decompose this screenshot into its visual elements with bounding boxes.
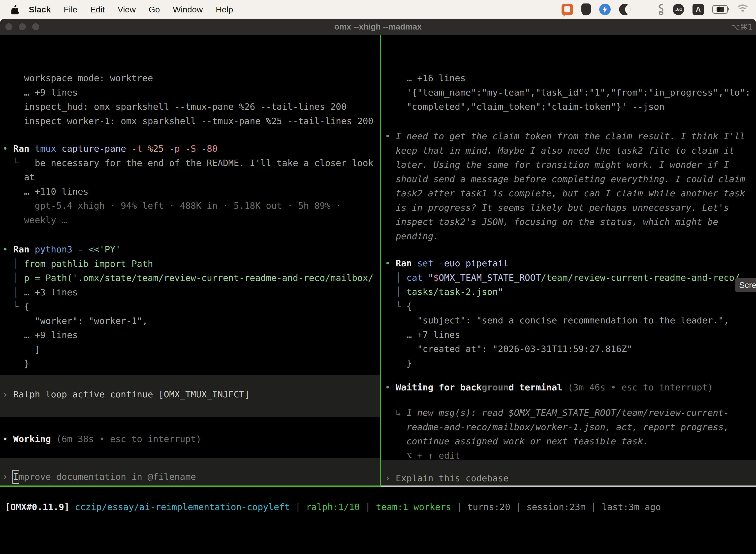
terminal-line: gpt-5.4 xhigh · 94% left · 488K in · 5.1… [2, 199, 380, 213]
window-title: omx --xhigh --madmax [0, 22, 756, 32]
terminal-line: ⌥ + ↑ edit [385, 448, 756, 463]
terminal-block: • I need to get the claim token from the… [385, 129, 756, 243]
terminal-line: │ … +3 lines [2, 285, 380, 299]
bolt-badge-icon[interactable] [599, 4, 611, 15]
menu-item-view[interactable]: View [111, 5, 142, 14]
terminal-block: › Explain this codebase [385, 471, 756, 486]
pane-divider-horizontal-left[interactable] [0, 486, 381, 487]
menu-item-window[interactable]: Window [167, 5, 209, 14]
terminal: workspace_mode: worktree … +9 lines insp… [0, 35, 756, 554]
terminal-line: '{"team_name":"my-team","task_id":"1","f… [385, 86, 756, 100]
terminal-line: at [2, 170, 380, 184]
terminal-line: inspect task2's JSON, focusing on the st… [385, 215, 756, 229]
terminal-line: └ { [2, 299, 380, 314]
input-source-icon[interactable]: A [693, 4, 704, 15]
dots-grid-icon[interactable] [639, 4, 649, 15]
terminal-block: • Waiting for background terminal (3m 46… [385, 380, 756, 395]
battery-badge-label: ..61 [674, 7, 682, 12]
tooltip-label: Scre [739, 280, 756, 290]
terminal-block: [OMX#0.11.9] cczip/essay/ai-reimplementa… [5, 500, 756, 514]
menu-bar: Slack File Edit View Go Window Help ..61… [0, 0, 756, 19]
terminal-line: › Ralph loop active continue [OMX_TMUX_I… [2, 387, 380, 402]
terminal-block: • Ran tmux capture-pane -t %25 -p -S -80… [2, 142, 380, 227]
pane-hud-left[interactable]: workspace_mode: worktree … +9 lines insp… [0, 35, 380, 486]
terminal-block: workspace_mode: worktree … +9 lines insp… [2, 71, 380, 128]
terminal-line: continue assigned work or next feasible … [385, 434, 756, 448]
terminal-line: • Ran python3 - <<'PY' [2, 242, 380, 257]
terminal-line: "created_at": "2026-03-31T11:59:27.816Z" [385, 342, 756, 356]
battery-61-badge-icon[interactable]: ..61 [673, 4, 684, 15]
terminal-line: … +16 lines [385, 71, 756, 86]
terminal-line: inspect_worker-1: omx sparkshell --tmux-… [2, 114, 380, 128]
window-title-bar: omx --xhigh --madmax ⌥⌘1 [0, 19, 756, 35]
pane-divider-vertical[interactable] [380, 35, 381, 487]
terminal-line: └ { [385, 299, 756, 314]
terminal-line: › Explain this codebase [385, 471, 756, 486]
terminal-line: • I need to get the claim token from the… [385, 129, 756, 144]
privacy-shield-icon[interactable] [581, 3, 591, 15]
terminal-block: › Improve documentation in @filename [2, 469, 380, 484]
pane-divider-horizontal-right[interactable] [381, 486, 756, 487]
terminal-line: … +9 lines [2, 328, 380, 342]
terminal-block: … +16 lines '{"team_name":"my-team","tas… [385, 71, 756, 114]
terminal-line: } [385, 356, 756, 371]
terminal-line: … +110 lines [2, 184, 380, 199]
terminal-line: [OMX#0.11.9] cczip/essay/ai-reimplementa… [5, 500, 756, 514]
menu-item-edit[interactable]: Edit [84, 5, 111, 14]
input-source-label: A [696, 5, 701, 13]
terminal-line: └ be necessary for the end of the README… [2, 156, 380, 170]
apple-logo-icon [11, 4, 20, 14]
menu-status-area: ..61 A [562, 3, 756, 15]
terminal-line: workspace_mode: worktree [2, 71, 380, 86]
wifi-icon[interactable] [736, 4, 749, 14]
terminal-line: │ from pathlib import Path [2, 257, 380, 271]
terminal-block: • Ran python3 - <<'PY' │ from pathlib im… [2, 242, 380, 371]
terminal-line: • Ran set -euo pipefail [385, 256, 756, 271]
terminal-line: keep that in mind. Maybe I also need the… [385, 144, 756, 158]
crescent-app-icon[interactable] [619, 4, 630, 15]
terminal-line: │ cat "$OMX_TEAM_STATE_ROOT/team/review-… [385, 271, 756, 285]
terminal-line: task2 after task1 is complete, but can I… [385, 186, 756, 201]
squiggle-icon[interactable] [658, 3, 664, 15]
terminal-block: • Ran set -euo pipefail │ cat "$OMX_TEAM… [385, 256, 756, 370]
menu-item-help[interactable]: Help [209, 5, 240, 14]
terminal-line: ] [2, 342, 380, 357]
terminal-line: … +9 lines [2, 86, 380, 100]
terminal-line: • Ran tmux capture-pane -t %25 -p -S -80 [2, 142, 380, 156]
screen-tooltip: Scre [735, 278, 756, 292]
menu-app-name[interactable]: Slack [21, 5, 57, 14]
terminal-line: │ p = Path('.omx/state/team/review-curre… [2, 271, 380, 285]
screen: Slack File Edit View Go Window Help ..61… [0, 0, 756, 554]
terminal-line: pending. [385, 229, 756, 243]
terminal-line: weekly … [2, 213, 380, 227]
terminal-line: "completed","claim_token":"claim-token"}… [385, 100, 756, 114]
terminal-line: is in progress? It seems likely but perh… [385, 201, 756, 215]
terminal-line: later. Using the same for transition mig… [385, 158, 756, 172]
terminal-line: should send a message before completing … [385, 172, 756, 186]
terminal-line: inspect_hud: omx sparkshell --tmux-pane … [2, 100, 380, 114]
terminal-block: • Working (6m 38s • esc to interrupt) [2, 432, 380, 446]
terminal-line: │ tasks/task-2.json" [385, 285, 756, 299]
chat-app-icon[interactable] [562, 4, 573, 15]
window-shortcut-hint: ⌥⌘1 [731, 22, 753, 31]
terminal-line: • Waiting for background terminal (3m 46… [385, 380, 756, 395]
terminal-line: readme-and-reco/mailbox/worker-1.json, a… [385, 420, 756, 434]
terminal-line: "subject": "send a concise recommendatio… [385, 313, 756, 328]
terminal-line: › Improve documentation in @filename [2, 469, 380, 484]
terminal-line: ↳ 1 new msg(s): read $OMX_TEAM_STATE_ROO… [385, 405, 756, 420]
menu-item-go[interactable]: Go [142, 5, 166, 14]
menu-item-file[interactable]: File [57, 5, 84, 14]
terminal-line: } [2, 356, 380, 371]
battery-charging-icon[interactable] [712, 5, 728, 14]
terminal-block: › Ralph loop active continue [OMX_TMUX_I… [2, 387, 380, 402]
apple-menu[interactable] [10, 4, 21, 15]
terminal-line: • Working (6m 38s • esc to interrupt) [2, 432, 380, 446]
terminal-block: ↳ 1 new msg(s): read $OMX_TEAM_STATE_ROO… [385, 405, 756, 463]
pane-worker-right[interactable]: … +16 lines '{"team_name":"my-team","tas… [381, 35, 756, 486]
terminal-line: … +7 lines [385, 328, 756, 342]
terminal-line: "worker": "worker-1", [2, 314, 380, 328]
